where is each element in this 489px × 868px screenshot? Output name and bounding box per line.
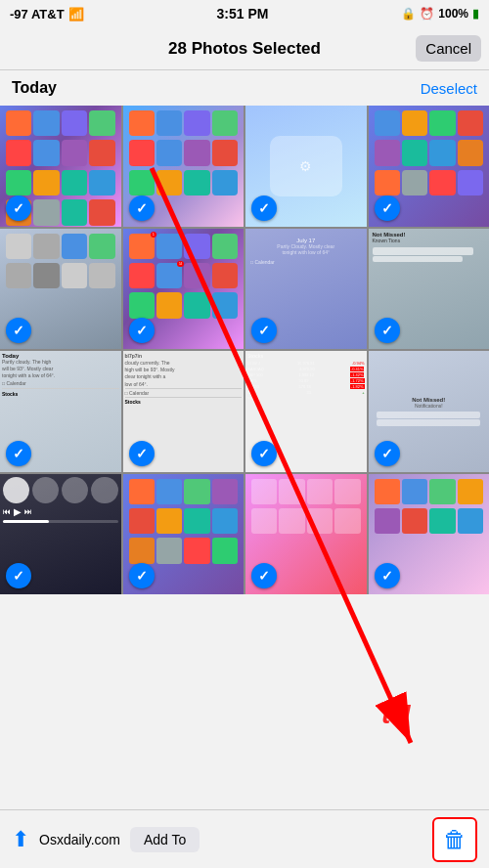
carrier-label: -97 AT&T: [10, 7, 65, 22]
photo-cell-3[interactable]: ⚙: [245, 106, 367, 227]
photo-cell-11[interactable]: Stocks DOW J16,976.81-0.94% NASDAQ4,370.…: [245, 351, 367, 472]
alarm-icon: ⏰: [420, 7, 434, 21]
trash-icon: 🗑: [443, 826, 467, 853]
photo-cell-8[interactable]: Not Missed! Known Tions: [369, 229, 490, 350]
photo-checkmark-5: [6, 318, 31, 343]
photo-cell-6[interactable]: 1 54: [123, 229, 244, 350]
photo-checkmark-11: [251, 441, 277, 466]
share-icon[interactable]: ⬆: [12, 827, 29, 852]
battery-label: 100%: [438, 7, 468, 21]
nav-title: 28 Photos Selected: [168, 39, 321, 59]
photo-cell-7[interactable]: July 17 Partly Cloudy. Mostly clear toni…: [245, 229, 367, 350]
photo-checkmark-9: [6, 441, 31, 466]
photo-grid: ⚙: [0, 106, 489, 594]
photo-checkmark-7: [251, 318, 277, 343]
photo-grid-container: ⚙: [0, 106, 489, 594]
status-left: -97 AT&T 📶: [10, 7, 84, 22]
photo-checkmark-8: [375, 318, 400, 343]
photo-checkmark-3: [251, 195, 277, 221]
status-bar: -97 AT&T 📶 3:51 PM 🔒 ⏰ 100% ▮: [0, 0, 489, 27]
photo-checkmark-16: [375, 563, 400, 588]
add-to-button[interactable]: Add To: [130, 827, 200, 852]
photo-checkmark-10: [129, 441, 155, 466]
photo-checkmark-14: [129, 563, 155, 588]
section-header: Today Deselect: [0, 70, 489, 106]
photo-checkmark-4: [375, 195, 400, 221]
photo-cell-12[interactable]: Not Missed! Notifications!: [369, 351, 490, 472]
deselect-button[interactable]: Deselect: [421, 80, 477, 97]
delete-button[interactable]: 🗑: [432, 817, 477, 862]
photo-cell-9[interactable]: Today Partly cloudy. The high will be 93…: [0, 351, 121, 472]
photo-cell-2[interactable]: [123, 106, 244, 227]
toolbar-left-section: ⬆ Osxdaily.com Add To: [12, 827, 200, 852]
site-label: Osxdaily.com: [39, 832, 120, 847]
photo-cell-16[interactable]: [369, 474, 490, 595]
photo-cell-13[interactable]: ⏮ ▶ ⏭: [0, 474, 121, 595]
photo-cell-15[interactable]: [245, 474, 367, 595]
wifi-icon: 📶: [68, 7, 84, 22]
photo-cell-10[interactable]: bl7p7in cloudy currently. The high will …: [123, 351, 244, 472]
battery-icon: ▮: [472, 7, 479, 21]
photo-cell-1[interactable]: [0, 106, 121, 227]
photo-checkmark-1: [6, 195, 31, 221]
photo-cell-14[interactable]: [123, 474, 244, 595]
status-right: 🔒 ⏰ 100% ▮: [401, 7, 479, 21]
photo-checkmark-12: [375, 441, 400, 466]
photo-checkmark-2: [129, 195, 155, 221]
photo-checkmark-6: [129, 318, 155, 343]
photo-cell-5[interactable]: [0, 229, 121, 350]
photo-cell-4[interactable]: [369, 106, 490, 227]
status-time: 3:51 PM: [217, 6, 269, 22]
svg-text:tU: tU: [381, 699, 411, 729]
bottom-toolbar: ⬆ Osxdaily.com Add To 🗑: [0, 809, 489, 868]
lock-icon: 🔒: [401, 7, 416, 21]
photo-checkmark-15: [251, 563, 277, 588]
photo-checkmark-13: [6, 563, 31, 588]
cancel-button[interactable]: Cancel: [416, 35, 481, 62]
section-title: Today: [12, 79, 57, 97]
nav-bar: 28 Photos Selected Cancel: [0, 27, 489, 70]
